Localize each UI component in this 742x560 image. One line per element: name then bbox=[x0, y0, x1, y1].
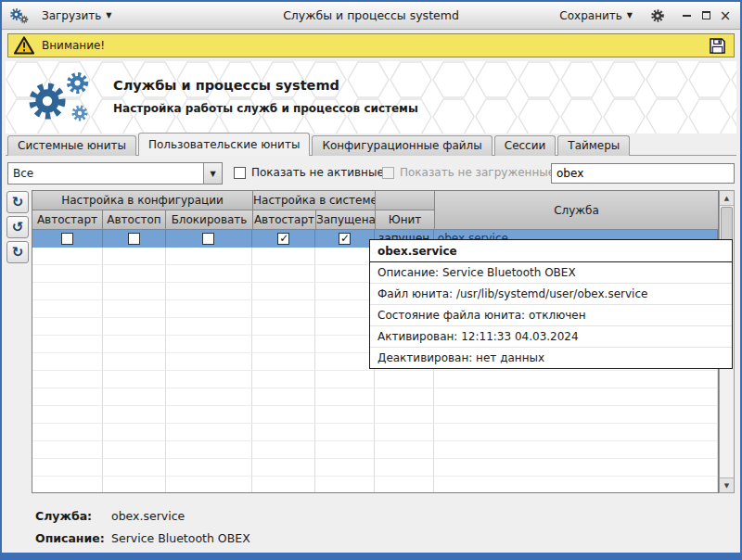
checkbox-unchecked-icon[interactable] bbox=[202, 233, 214, 245]
tooltip-line-file-state: Состояние файла юнита: отключен bbox=[370, 305, 732, 326]
checkbox-cell[interactable] bbox=[315, 230, 375, 248]
empty-cell bbox=[32, 388, 103, 406]
table-row-empty[interactable] bbox=[32, 388, 718, 406]
scroll-up-icon[interactable]: ▲ bbox=[720, 191, 734, 206]
empty-cell bbox=[166, 283, 253, 300]
empty-cell bbox=[315, 300, 375, 318]
empty-cell bbox=[166, 477, 253, 493]
tab-3[interactable]: Сессии bbox=[494, 135, 556, 156]
empty-cell bbox=[315, 265, 375, 283]
checkbox-checked-icon[interactable] bbox=[339, 233, 351, 245]
table-row-empty[interactable] bbox=[32, 459, 718, 477]
tab-1[interactable]: Пользовательские юниты bbox=[138, 133, 310, 156]
tab-4[interactable]: Таймеры bbox=[557, 135, 630, 156]
empty-cell bbox=[252, 441, 315, 459]
empty-cell bbox=[166, 388, 253, 406]
tooltip-line-description: Описание: Service Bluetooth OBEX bbox=[370, 262, 732, 284]
empty-cell bbox=[315, 424, 375, 441]
group-header-empty bbox=[376, 191, 435, 210]
scroll-down-icon[interactable]: ▼ bbox=[720, 477, 734, 492]
detail-service-value: obex.service bbox=[111, 509, 185, 523]
empty-cell bbox=[103, 248, 166, 265]
checkbox-box bbox=[382, 167, 394, 179]
checkbox-cell[interactable] bbox=[103, 230, 166, 248]
column-header-autostop[interactable]: Автостоп bbox=[103, 210, 166, 230]
checkbox-checked-icon[interactable] bbox=[277, 233, 289, 245]
header-subtitle: Настройка работы служб и процессов систе… bbox=[113, 102, 418, 115]
empty-cell bbox=[32, 371, 103, 388]
checkbox-cell[interactable] bbox=[166, 230, 253, 248]
empty-cell bbox=[166, 336, 253, 353]
refresh-button[interactable]: ↻ bbox=[6, 191, 29, 213]
empty-cell bbox=[252, 265, 315, 283]
empty-cell bbox=[315, 406, 375, 424]
column-header-unit[interactable]: Юнит bbox=[376, 210, 435, 230]
table-row-empty[interactable] bbox=[32, 406, 718, 424]
warning-label: Внимание! bbox=[42, 39, 105, 52]
empty-cell bbox=[166, 265, 253, 283]
empty-cell bbox=[375, 388, 434, 406]
maximize-button[interactable] bbox=[700, 10, 711, 21]
empty-cell bbox=[315, 353, 375, 371]
empty-cell bbox=[434, 441, 718, 459]
search-input[interactable] bbox=[551, 163, 735, 184]
empty-cell bbox=[315, 477, 375, 493]
empty-cell bbox=[103, 265, 166, 283]
empty-cell bbox=[375, 441, 434, 459]
tooltip-title: obex.service bbox=[370, 240, 732, 262]
empty-cell bbox=[166, 318, 253, 336]
column-header-autostart-config[interactable]: Автостарт bbox=[32, 210, 103, 230]
checkbox-cell[interactable] bbox=[32, 230, 103, 248]
save-button[interactable]: Сохранить ▼ bbox=[554, 6, 638, 25]
empty-cell bbox=[32, 283, 103, 300]
show-inactive-checkbox[interactable]: Показать не активные bbox=[234, 166, 384, 179]
title-bar: Службы и процессы systemd Загрузить ▼ Со… bbox=[2, 2, 740, 30]
empty-cell bbox=[315, 459, 375, 477]
reset-button[interactable]: ↻ bbox=[6, 241, 29, 263]
empty-cell bbox=[166, 441, 253, 459]
chevron-down-icon: ▼ bbox=[627, 11, 633, 19]
empty-cell bbox=[103, 477, 166, 493]
table-row-empty[interactable] bbox=[32, 371, 718, 388]
table-row-empty[interactable] bbox=[32, 441, 718, 459]
settings-gear-icon[interactable] bbox=[650, 8, 665, 23]
column-header-running[interactable]: Запущена bbox=[316, 210, 376, 230]
tab-0[interactable]: Системные юниты bbox=[7, 135, 136, 156]
empty-cell bbox=[315, 336, 375, 353]
detail-description-label: Описание: bbox=[35, 531, 111, 545]
empty-cell bbox=[166, 371, 253, 388]
table-row-empty[interactable] bbox=[32, 424, 718, 441]
close-button[interactable]: × bbox=[720, 10, 731, 21]
empty-cell bbox=[103, 388, 166, 406]
empty-cell bbox=[315, 248, 375, 265]
checkbox-cell[interactable] bbox=[252, 230, 315, 248]
tab-2[interactable]: Конфигурационные файлы bbox=[312, 135, 492, 156]
empty-cell bbox=[375, 459, 434, 477]
empty-cell bbox=[32, 318, 103, 336]
empty-cell bbox=[315, 441, 375, 459]
reload-config-button[interactable]: ↺ bbox=[6, 216, 29, 238]
empty-cell bbox=[166, 300, 253, 318]
empty-cell bbox=[103, 459, 166, 477]
filter-combobox[interactable]: Все ▼ bbox=[7, 162, 223, 185]
load-button-label: Загрузить bbox=[42, 9, 101, 22]
minimize-button[interactable] bbox=[681, 10, 692, 21]
empty-cell bbox=[252, 283, 315, 300]
checkbox-box[interactable] bbox=[234, 167, 246, 179]
checkbox-label: Показать не загруженные bbox=[400, 166, 555, 179]
column-header-service[interactable]: Служба bbox=[435, 191, 718, 230]
warning-triangle-icon bbox=[14, 36, 34, 55]
save-to-disk-icon[interactable] bbox=[706, 35, 728, 56]
column-header-autostart-system[interactable]: Автостарт bbox=[253, 210, 316, 230]
checkbox-unchecked-icon[interactable] bbox=[128, 233, 140, 245]
empty-cell bbox=[32, 441, 103, 459]
load-button[interactable]: Загрузить ▼ bbox=[36, 6, 117, 25]
checkbox-unchecked-icon[interactable] bbox=[61, 233, 73, 245]
combobox-dropdown-button[interactable]: ▼ bbox=[203, 163, 222, 184]
column-header-block[interactable]: Блокировать bbox=[166, 210, 253, 230]
table-row-empty[interactable] bbox=[32, 477, 718, 493]
empty-cell bbox=[315, 371, 375, 388]
empty-cell bbox=[252, 459, 315, 477]
tooltip-line-activated: Активирован: 12:11:33 04.03.2024 bbox=[370, 326, 732, 348]
warning-bar: Внимание! bbox=[7, 33, 735, 57]
